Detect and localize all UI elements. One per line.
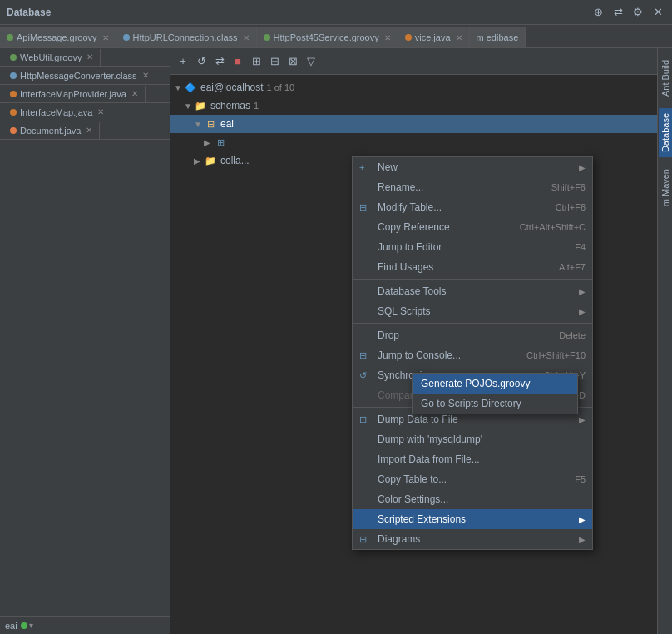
scripts-dir-label: Go to Scripts Directory [421, 398, 521, 409]
eai-arrow: ▼ [194, 120, 204, 129]
db-tools-arrow-icon: ▶ [579, 287, 586, 296]
add-db-icon[interactable]: + [175, 54, 190, 69]
tab-webutil[interactable]: WebUtil.groovy ✕ [3, 49, 101, 66]
schema-icon: ⊟ [204, 117, 217, 131]
collapsed-folder-icon: 📁 [204, 154, 217, 167]
menu-item-new[interactable]: + New ▶ [353, 157, 592, 177]
dropdown-arrow-icon[interactable]: ▾ [29, 621, 33, 630]
new-label: New [378, 161, 576, 173]
dump-data-arrow-icon: ▶ [579, 415, 586, 424]
vtab-database[interactable]: Database [659, 108, 672, 157]
tab-interfacemap[interactable]: InterfaceMap.java ✕ [3, 104, 111, 121]
submenu-item-scripts-dir[interactable]: Go to Scripts Directory [413, 394, 577, 414]
diagrams-label: Diagrams [378, 533, 576, 545]
scripted-ext-arrow-icon: ▶ [579, 515, 586, 524]
modify-shortcut: Ctrl+F6 [556, 202, 586, 212]
menu-item-modify-table[interactable]: ⊞ Modify Table... Ctrl+F6 [353, 197, 592, 217]
collapsed-arrow: ▶ [194, 156, 204, 166]
menu-item-jump-editor[interactable]: Jump to Editor F4 [353, 237, 592, 257]
sync-icon[interactable]: ⇄ [212, 54, 227, 69]
menu-item-scripted-extensions[interactable]: Scripted Extensions ▶ [353, 509, 592, 529]
menu-item-db-tools[interactable]: Database Tools ▶ [353, 281, 592, 301]
top-bar: Database ⊕ ⇄ ⚙ ✕ [0, 0, 672, 25]
menu-item-copy-table[interactable]: Copy Table to... F5 [353, 469, 592, 489]
modify-label: Modify Table... [378, 201, 549, 213]
db-status-text: eai [5, 621, 17, 631]
close-tab-webutil[interactable]: ✕ [86, 52, 93, 62]
copy-ref-label: Copy Reference [378, 221, 513, 233]
grid-icon[interactable]: ⊞ [249, 54, 264, 69]
close-tab-interfacemapprovider[interactable]: ✕ [131, 89, 138, 98]
menu-item-jump-console[interactable]: ⊟ Jump to Console... Ctrl+Shift+F10 [353, 345, 592, 365]
vtab-ant-build[interactable]: Ant Build [659, 55, 672, 102]
new-menu-icon: + [359, 162, 373, 172]
table-arrow: ▶ [204, 138, 214, 147]
menu-item-dump-mysqldump[interactable]: Dump with 'mysqldump' [353, 429, 592, 449]
tab-row4: InterfaceMapProvider.java ✕ [0, 85, 170, 103]
jump-console-label: Jump to Console... [378, 349, 520, 361]
settings-icon[interactable]: ⚙ [630, 5, 645, 20]
import-data-label: Import Data from File... [378, 453, 586, 465]
find-usages-shortcut: Alt+F7 [559, 262, 586, 272]
table-icon: ⊞ [214, 136, 227, 149]
transfer-icon[interactable]: ⇄ [610, 5, 625, 20]
db-panel-title: Database [7, 7, 51, 18]
refresh-icon[interactable]: ↺ [194, 54, 209, 69]
collapsed-label: colla... [220, 155, 250, 166]
tab-edibase[interactable]: m edibase [470, 27, 526, 47]
tab-document[interactable]: Document.java ✕ [3, 122, 100, 139]
filter-icon[interactable]: ▽ [304, 54, 319, 69]
db-panel: + ↺ ⇄ ■ ⊞ ⊟ ⊠ ▽ ▼ 🔷 eai@localhost 1 of 1… [170, 48, 672, 634]
close-tab-vice[interactable]: ✕ [456, 33, 462, 42]
menu-item-find-usages[interactable]: Find Usages Alt+F7 [353, 257, 592, 277]
tab-httpmessage[interactable]: HttpMessageConverter.class ✕ [3, 67, 156, 84]
expand-arrow: ▼ [174, 83, 184, 92]
tab-apimessage[interactable]: ApiMessage.groovy ✕ [0, 27, 116, 47]
sub-file-tabs: WebUtil.groovy ✕ [0, 48, 170, 67]
tab-httppost45service[interactable]: HttpPost45Service.groovy ✕ [257, 27, 398, 47]
vertical-tabs: Ant Build Database m Maven [657, 48, 672, 634]
close-tab-document[interactable]: ✕ [86, 126, 92, 135]
main-layout: WebUtil.groovy ✕ HttpMessageConverter.cl… [0, 48, 672, 634]
sql-scripts-label: SQL Scripts [378, 305, 576, 317]
close-tab-apimessage[interactable]: ✕ [102, 33, 109, 42]
submenu-item-generate-pojos[interactable]: Generate POJOs.groovy [413, 374, 577, 394]
stop-icon[interactable]: ■ [230, 54, 245, 69]
tree-eai-schema[interactable]: ▼ ⊟ eai [170, 115, 672, 133]
menu-item-copy-reference[interactable]: Copy Reference Ctrl+Alt+Shift+C [353, 217, 592, 237]
tree-connection[interactable]: ▼ 🔷 eai@localhost 1 of 10 [170, 78, 672, 97]
new-arrow-icon: ▶ [579, 163, 586, 172]
generate-pojos-label: Generate POJOs.groovy [421, 378, 530, 389]
vtab-maven[interactable]: m Maven [659, 164, 672, 211]
tree-table-entry[interactable]: ▶ ⊞ [170, 133, 672, 151]
dump-data-icon: ⊡ [359, 414, 373, 425]
menu-item-drop[interactable]: Drop Delete [353, 325, 592, 345]
globe-icon[interactable]: ⊕ [590, 5, 605, 20]
tab-httpurlconnection[interactable]: HttpURLConnection.class ✕ [116, 27, 257, 47]
menu-item-import-data[interactable]: Import Data from File... [353, 449, 592, 469]
close-tab-httpmessage[interactable]: ✕ [142, 71, 149, 80]
drop-label: Drop [378, 329, 552, 341]
close-tab-interfacemap[interactable]: ✕ [97, 107, 104, 116]
tab-interfacemapprovider[interactable]: InterfaceMapProvider.java ✕ [3, 86, 146, 102]
expand-icon[interactable]: ⊟ [267, 54, 282, 69]
close-tab-httppost[interactable]: ✕ [384, 33, 391, 42]
schemas-arrow: ▼ [184, 102, 194, 111]
menu-item-sql-scripts[interactable]: SQL Scripts ▶ [353, 301, 592, 321]
tab-vicejava[interactable]: vice.java ✕ [398, 27, 470, 47]
menu-item-rename[interactable]: Rename... Shift+F6 [353, 177, 592, 197]
close-tab-httpurlconnection[interactable]: ✕ [243, 33, 250, 42]
menu-item-diagrams[interactable]: ⊞ Diagrams ▶ [353, 529, 592, 549]
sql-scripts-arrow-icon: ▶ [579, 307, 586, 316]
dump-mysqldump-label: Dump with 'mysqldump' [378, 433, 586, 445]
jump-console-icon: ⊟ [359, 350, 373, 361]
tab-row3: HttpMessageConverter.class ✕ [0, 67, 170, 85]
jump-editor-label: Jump to Editor [378, 241, 568, 253]
separator-1 [353, 279, 592, 280]
view-icon[interactable]: ⊠ [285, 54, 300, 69]
menu-item-color-settings[interactable]: Color Settings... [353, 489, 592, 509]
diagrams-arrow-icon: ▶ [579, 535, 586, 544]
connection-indicator [21, 622, 27, 629]
tree-schemas[interactable]: ▼ 📁 schemas 1 [170, 97, 672, 115]
close-icon[interactable]: ✕ [650, 5, 665, 20]
